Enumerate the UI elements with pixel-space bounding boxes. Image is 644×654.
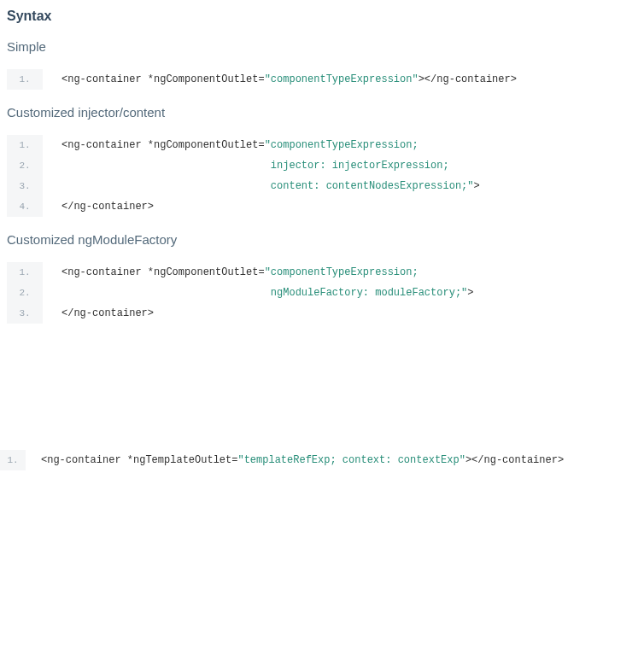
line-number: 2.: [7, 155, 43, 176]
code-block-injector: 1. <ng-container *ngComponentOutlet="com…: [7, 135, 637, 217]
code-tag: <ng-container *ngComponentOutlet=: [61, 73, 265, 85]
line-number: 1.: [0, 450, 26, 470]
code-content: </ng-container>: [43, 303, 154, 324]
code-string: content: contentNodesExpression;: [61, 180, 467, 192]
line-number: 3.: [7, 176, 43, 196]
code-block-template: 1. <ng-container *ngTemplateOutlet="temp…: [0, 450, 637, 470]
code-string: "componentTypeExpression;: [265, 266, 419, 278]
code-content: ngModuleFactory: moduleFactory;">: [43, 283, 473, 303]
line-number: 1.: [7, 135, 43, 155]
code-content: injector: injectorExpression;: [43, 155, 449, 176]
code-tag: ></ng-container>: [465, 454, 564, 466]
code-content: </ng-container>: [43, 196, 154, 217]
code-string: "componentTypeExpression": [265, 73, 419, 85]
code-line: 2. ngModuleFactory: moduleFactory;">: [7, 283, 637, 303]
code-string: ngModuleFactory: moduleFactory;: [61, 287, 461, 299]
code-tag: >: [467, 287, 473, 299]
code-tag: </ng-container>: [61, 307, 154, 319]
code-content: <ng-container *ngComponentOutlet="compon…: [43, 69, 517, 90]
line-number: 1.: [7, 69, 43, 90]
code-content: <ng-container *ngComponentOutlet="compon…: [43, 262, 419, 283]
line-number: 4.: [7, 196, 43, 217]
code-string: "templateRefExp; context: contextExp": [237, 454, 465, 466]
code-line: 1. <ng-container *ngTemplateOutlet="temp…: [0, 450, 637, 470]
code-tag: <ng-container *ngTemplateOutlet=: [41, 454, 237, 466]
subheading-injector: Customized injector/content: [7, 105, 637, 120]
code-line: 4. </ng-container>: [7, 196, 637, 217]
spacer: [7, 339, 637, 450]
code-tag: <ng-container *ngComponentOutlet=: [61, 266, 265, 278]
code-line: 1. <ng-container *ngComponentOutlet="com…: [7, 69, 637, 90]
code-block-factory: 1. <ng-container *ngComponentOutlet="com…: [7, 262, 637, 324]
code-line: 1. <ng-container *ngComponentOutlet="com…: [7, 262, 637, 283]
code-content: <ng-container *ngComponentOutlet="compon…: [43, 135, 419, 155]
code-string: "componentTypeExpression;: [265, 139, 419, 151]
code-tag: >: [473, 180, 479, 192]
code-tag: <ng-container *ngComponentOutlet=: [61, 139, 265, 151]
code-line: 3. </ng-container>: [7, 303, 637, 324]
section-heading: Syntax: [7, 9, 637, 24]
line-number: 3.: [7, 303, 43, 324]
code-tag: ></ng-container>: [419, 73, 517, 85]
code-line: 1. <ng-container *ngComponentOutlet="com…: [7, 135, 637, 155]
code-block-simple: 1. <ng-container *ngComponentOutlet="com…: [7, 69, 637, 90]
code-line: 2. injector: injectorExpression;: [7, 155, 637, 176]
code-tag: </ng-container>: [61, 201, 154, 213]
code-line: 3. content: contentNodesExpression;">: [7, 176, 637, 196]
code-content: content: contentNodesExpression;">: [43, 176, 480, 196]
line-number: 2.: [7, 283, 43, 303]
subheading-factory: Customized ngModuleFactory: [7, 232, 637, 247]
code-content: <ng-container *ngTemplateOutlet="templat…: [26, 450, 564, 470]
subheading-simple: Simple: [7, 39, 637, 54]
code-string: injector: injectorExpression;: [61, 160, 449, 172]
line-number: 1.: [7, 262, 43, 283]
